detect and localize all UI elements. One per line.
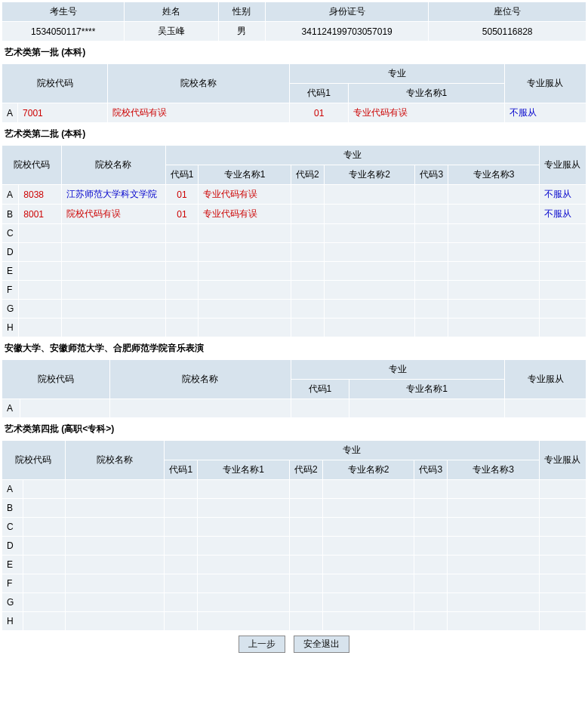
col-schname: 院校名称 [108, 64, 289, 103]
col-name3: 专业名称3 [448, 165, 539, 184]
cell-name1 [198, 499, 289, 517]
val-gender: 男 [219, 22, 266, 41]
cell-obey [540, 319, 586, 337]
cell-code2 [290, 480, 322, 498]
col-name1: 专业名称1 [349, 380, 504, 399]
cell-name2 [323, 518, 414, 536]
cell-name1 [199, 300, 291, 318]
table-row: C [2, 518, 586, 536]
cell-obey [540, 574, 586, 592]
row-index: H [2, 319, 18, 337]
cell-code2 [291, 205, 324, 223]
cell-name2 [323, 480, 414, 498]
row-index: A [2, 399, 20, 417]
table-row: E [2, 262, 586, 280]
col-name2: 专业名称2 [325, 165, 415, 184]
cell-obey [540, 262, 586, 280]
cell-schname [66, 556, 165, 574]
cell-name3 [448, 593, 539, 611]
cell-name1 [199, 243, 291, 261]
col-schcode: 院校代码 [2, 64, 107, 103]
table-row: H [2, 319, 586, 337]
cell-name2 [325, 243, 415, 261]
cell-name1 [199, 319, 291, 337]
cell-name1 [349, 399, 504, 417]
cell-code1 [165, 593, 197, 611]
cell-name3 [448, 537, 539, 555]
col-name3: 专业名称3 [448, 460, 539, 479]
cell-schcode: 8001 [19, 205, 60, 223]
cell-name3 [448, 300, 539, 318]
cell-code2 [290, 537, 322, 555]
cell-code1 [165, 518, 197, 536]
cell-name2 [325, 224, 415, 242]
row-index: F [2, 574, 23, 592]
table-row: B [2, 499, 586, 517]
cell-schcode [19, 319, 60, 337]
row-index: F [2, 281, 18, 299]
cell-name1 [199, 262, 291, 280]
cell-obey [540, 243, 586, 261]
cell-code2 [290, 574, 322, 592]
cell-obey [540, 593, 586, 611]
cell-obey [540, 537, 586, 555]
col-schname: 院校名称 [66, 441, 165, 479]
section4-title: 艺术类第四批 (高职<专科>) [2, 418, 586, 440]
cell-name3 [448, 556, 539, 574]
cell-name1: 专业代码有误 [199, 185, 291, 204]
cell-schcode: 7001 [18, 103, 107, 122]
col-code1: 代码1 [290, 84, 347, 103]
col-code1: 代码1 [166, 165, 199, 184]
cell-code2 [290, 612, 322, 630]
cell-name3 [448, 480, 539, 498]
prev-button[interactable]: 上一步 [239, 636, 285, 653]
col-name1: 专业名称1 [198, 460, 289, 479]
row-index: C [2, 224, 18, 242]
row-index: B [2, 499, 23, 517]
cell-obey [540, 480, 586, 498]
cell-code1: 01 [166, 205, 199, 223]
cell-obey [540, 612, 586, 630]
cell-code1 [165, 499, 197, 517]
cell-schname [110, 399, 291, 417]
cell-code2 [290, 593, 322, 611]
cell-obey [540, 499, 586, 517]
cell-code1 [165, 537, 197, 555]
cell-code3 [414, 499, 447, 517]
cell-name2 [323, 574, 414, 592]
cell-code3 [414, 480, 447, 498]
cell-code3 [414, 518, 447, 536]
cell-schname [62, 300, 165, 318]
cell-code1: 01 [166, 185, 199, 204]
cell-code2 [291, 319, 324, 337]
table-row: B8001院校代码有误01专业代码有误不服从 [2, 205, 586, 223]
cell-name2 [325, 300, 415, 318]
cell-code3 [414, 556, 447, 574]
cell-name3 [448, 281, 539, 299]
cell-code3 [415, 205, 448, 223]
section2-table: 院校代码 院校名称 专业 专业服从 代码1 专业名称1 代码2 专业名称2 代码… [2, 145, 586, 337]
val-seat: 5050116828 [429, 22, 586, 41]
cell-code3 [415, 281, 448, 299]
col-code3: 代码3 [414, 460, 447, 479]
exit-button[interactable]: 安全退出 [294, 636, 349, 653]
cell-name2 [325, 319, 415, 337]
cell-obey: 不服从 [540, 205, 586, 223]
cell-schcode [20, 399, 109, 417]
cell-schname: 院校代码有误 [108, 103, 289, 122]
cell-code1 [165, 612, 197, 630]
cell-code2 [290, 499, 322, 517]
row-index: G [2, 300, 18, 318]
cell-code3 [415, 185, 448, 204]
row-index: D [2, 537, 23, 555]
cell-code1 [166, 319, 199, 337]
cell-schcode [23, 556, 65, 574]
cell-code1 [166, 281, 199, 299]
row-index: A [2, 103, 17, 122]
table-row: F [2, 281, 586, 299]
cell-name3 [448, 319, 539, 337]
col-code3: 代码3 [415, 165, 448, 184]
cell-obey: 不服从 [505, 103, 586, 122]
col-name: 姓名 [125, 2, 217, 21]
button-row: 上一步 安全退出 [2, 631, 586, 657]
